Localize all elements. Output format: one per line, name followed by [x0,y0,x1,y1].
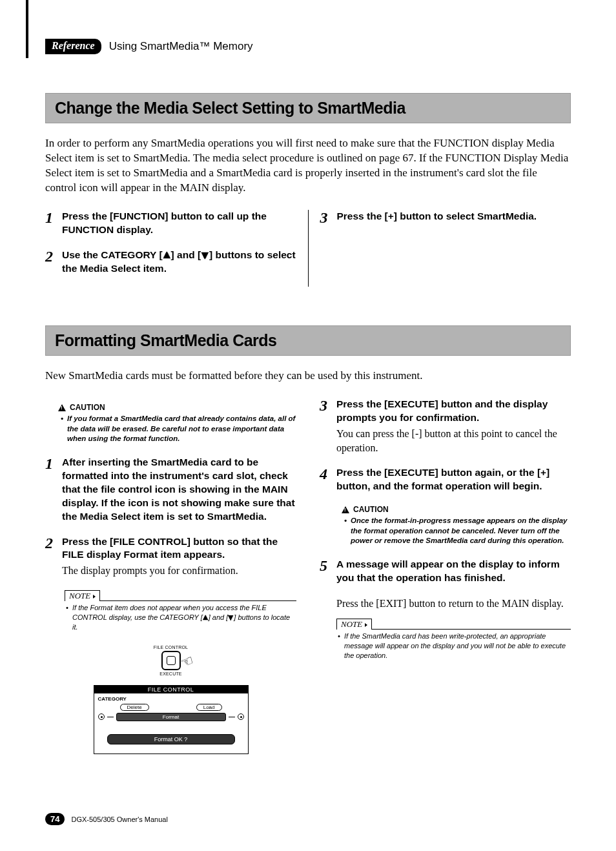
section1-columns: 1 Press the [FUNCTION] button to call up… [45,210,571,287]
lcd-prompt: Format OK ? [107,734,235,744]
hand-pointer-icon: ☜ [178,651,196,672]
note-box-1: NOTE If the Format item does not appear … [65,590,296,632]
s1-step-2: 2 Use the CATEGORY [⯅] and [⯆] buttons t… [45,249,296,276]
section1-col-left: 1 Press the [FUNCTION] button to call up… [45,210,309,287]
step-text: Press the [+] button to select SmartMedi… [337,210,571,225]
knob-right-icon [238,713,244,720]
step-number: 4 [320,466,331,493]
s2-step-2: 2 Press the [FILE CONTROL] button so tha… [45,535,296,578]
step-number: 2 [45,249,57,276]
manual-name: DGX-505/305 Owner's Manual [71,815,167,823]
page-number: 74 [45,813,65,825]
warning-icon [342,506,349,513]
file-control-button-icon: ☜ [161,651,181,670]
caution-label-text: CAUTION [353,505,389,514]
lcd-category-label: CATEGORY [98,696,244,702]
s1-step-3: 3 Press the [+] button to select SmartMe… [320,210,571,225]
up-icon: ⯅ [203,614,209,622]
caution-label: CAUTION [342,505,571,514]
section2-columns: CAUTION If you format a SmartMedia card … [45,398,571,754]
section2-intro: New SmartMedia cards must be formatted b… [45,369,571,384]
note-box-2: NOTE If the SmartMedia card has been wri… [336,618,571,661]
s2-step-3: 3 Press the [EXECUTE] button and the dis… [320,398,571,455]
reference-badge: Reference [45,39,101,54]
s2-step-5: 5 A message will appear on the display t… [320,558,571,585]
step-number: 1 [45,456,57,524]
step-number: 3 [320,398,331,455]
step-text: Press the [EXECUTE] button and the displ… [336,398,571,455]
note-text: If the SmartMedia card has been write-pr… [336,631,571,661]
button-illustration: FILE CONTROL ☜ EXECUTE [142,645,200,676]
illus-bottom-label: EXECUTE [142,672,200,676]
step-text: Press the [FUNCTION] button to call up t… [62,210,296,237]
caution-box-2: CAUTION Once the format-in-progress mess… [342,505,571,546]
lcd-screen-mock: FILE CONTROL CATEGORY Delete Load Format [94,685,249,754]
top-rule [26,0,28,58]
lcd-load-chip: Load [196,704,222,711]
section2-col-left: CAUTION If you format a SmartMedia card … [45,398,308,754]
lcd-format-chip: Format [116,713,226,721]
note-text: If the Format item does not appear when … [65,603,296,632]
step-number: 2 [45,535,57,578]
note-label: NOTE [336,619,372,630]
section1-intro: In order to perform any SmartMedia opera… [45,136,571,196]
step-number: 5 [320,558,331,585]
step-subtext: The display prompts you for confirmation… [62,564,296,578]
caution-box-1: CAUTION If you format a SmartMedia card … [58,403,296,444]
lcd-delete-chip: Delete [120,704,149,711]
header-title: Using SmartMedia™ Memory [109,40,253,53]
caution-label: CAUTION [58,403,296,412]
lcd-title: FILE CONTROL [94,686,248,693]
step-number: 1 [45,210,57,237]
s2-step-1: 1 After inserting the SmartMedia card to… [45,456,296,524]
step-subtext: You can press the [-] button at this poi… [336,427,571,455]
caution-label-text: CAUTION [70,403,105,412]
step-text: Press the [FILE CONTROL] button so that … [62,535,296,578]
knob-left-icon [98,713,105,720]
step-text: After inserting the SmartMedia card to b… [62,456,296,524]
caution-text: If you format a SmartMedia card that alr… [58,414,296,444]
section1-col-right: 3 Press the [+] button to select SmartMe… [309,210,571,287]
down-icon: ⯆ [201,250,209,261]
illus-top-label: FILE CONTROL [142,645,200,650]
up-icon: ⯅ [163,250,171,261]
section2-col-right: 3 Press the [EXECUTE] button and the dis… [308,398,571,754]
note-label: NOTE [65,590,100,601]
section-title-2: Formatting SmartMedia Cards [45,325,571,356]
down-icon: ⯆ [228,614,234,622]
after-step5-text: Press the [EXIT] button to return to the… [336,597,571,611]
caution-text: Once the format-in-progress message appe… [342,516,571,546]
step-text: A message will appear on the display to … [336,558,571,585]
page-header: Reference Using SmartMedia™ Memory [45,39,571,54]
warning-icon [58,404,66,411]
page-footer: 74 DGX-505/305 Owner's Manual [45,813,168,825]
section-title-1: Change the Media Select Setting to Smart… [45,93,571,123]
s2-step-4: 4 Press the [EXECUTE] button again, or t… [320,466,571,493]
step-text: Press the [EXECUTE] button again, or the… [336,466,571,493]
step-number: 3 [320,210,332,225]
step-text: Use the CATEGORY [⯅] and [⯆] buttons to … [62,249,296,276]
s1-step-1: 1 Press the [FUNCTION] button to call up… [45,210,296,237]
